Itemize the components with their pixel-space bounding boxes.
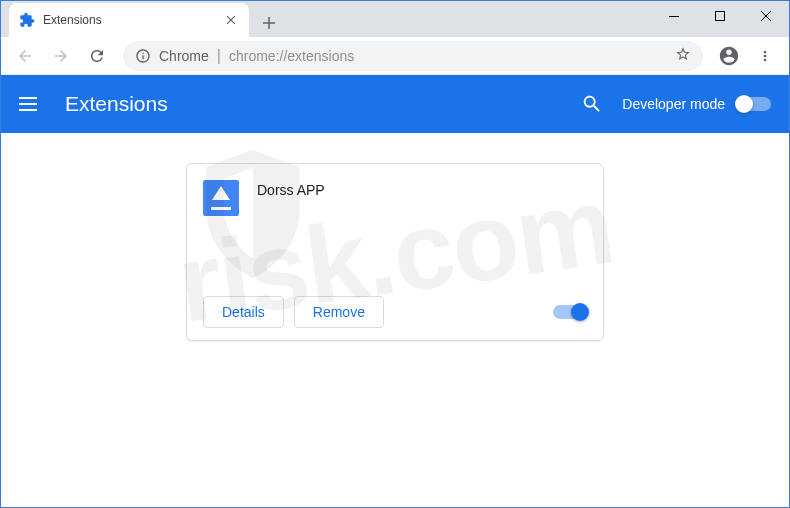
search-button[interactable] [580,92,604,116]
details-button[interactable]: Details [203,296,284,328]
minimize-button[interactable] [651,1,697,31]
forward-button[interactable] [45,40,77,72]
reload-icon [88,47,106,65]
omnibox-divider: | [217,47,221,65]
omnibox-url: chrome://extensions [229,48,667,64]
back-button[interactable] [9,40,41,72]
toggle-thumb [735,95,753,113]
close-icon [227,16,235,24]
reload-button[interactable] [81,40,113,72]
remove-button[interactable]: Remove [294,296,384,328]
arrow-right-icon [52,47,70,65]
search-icon [581,93,603,115]
tab-close-button[interactable] [223,12,239,28]
omnibox[interactable]: Chrome | chrome://extensions [123,41,703,71]
new-tab-button[interactable] [255,9,283,37]
tab-extensions[interactable]: Extensions [9,3,249,37]
hamburger-icon [19,97,37,99]
puzzle-icon [19,12,35,28]
extension-name: Dorss APP [257,182,325,268]
extensions-header: Extensions Developer mode [1,75,789,133]
extension-card-footer: Details Remove [187,284,603,340]
menu-button[interactable] [749,40,781,72]
page-title: Extensions [65,92,580,116]
profile-icon [718,45,740,67]
omnibox-scheme: Chrome [159,48,209,64]
plus-icon [263,17,275,29]
extension-enable-toggle[interactable] [553,305,587,319]
info-icon [135,48,151,64]
svg-rect-1 [716,12,725,21]
developer-mode-toggle[interactable] [737,97,771,111]
toggle-thumb [571,303,589,321]
extension-card: Dorss APP Details Remove [186,163,604,341]
maximize-button[interactable] [697,1,743,31]
developer-mode-label: Developer mode [622,96,725,112]
address-bar: Chrome | chrome://extensions [1,37,789,75]
minimize-icon [669,16,679,17]
dots-vertical-icon [757,48,773,64]
extension-card-body: Dorss APP [187,164,603,284]
arrow-left-icon [16,47,34,65]
tab-title: Extensions [43,13,215,27]
menu-toggle-button[interactable] [19,92,43,116]
star-icon [675,46,691,62]
close-icon [761,11,771,21]
svg-rect-0 [669,16,679,17]
maximize-icon [715,11,725,21]
close-window-button[interactable] [743,1,789,31]
profile-button[interactable] [713,40,745,72]
extensions-content: Dorss APP Details Remove [1,133,789,371]
extension-app-icon [203,180,239,216]
bookmark-button[interactable] [675,46,691,66]
